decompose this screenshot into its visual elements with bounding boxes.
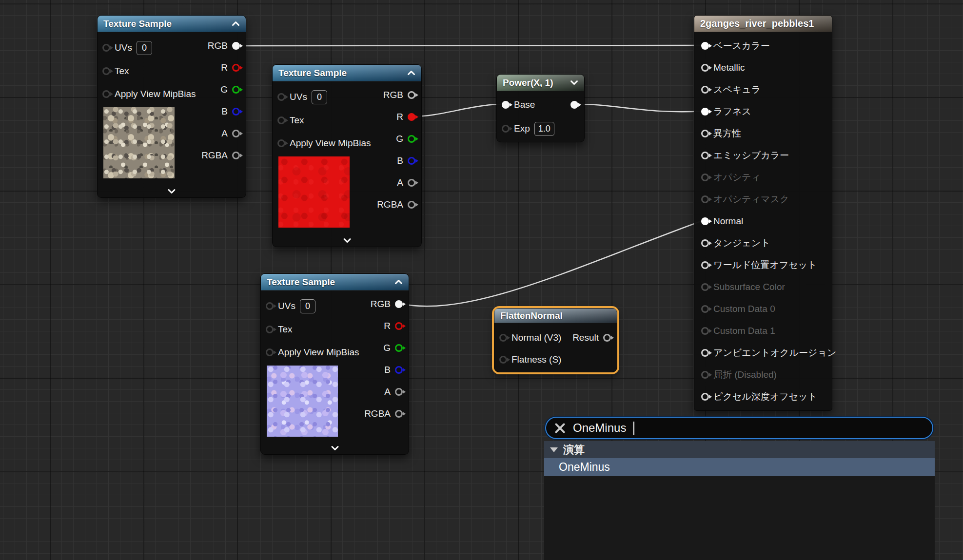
custom-data-1-input-pin[interactable] bbox=[701, 327, 709, 335]
ambient-occlusion-input-pin[interactable] bbox=[701, 349, 709, 357]
search-result-item-selected[interactable]: OneMinus bbox=[544, 458, 935, 476]
pin-label: A bbox=[221, 128, 228, 139]
wire-normal[interactable] bbox=[400, 221, 702, 306]
power-node[interactable]: Power(X, 1) Base Exp 1.0 bbox=[496, 74, 585, 142]
anisotropy-input-pin[interactable] bbox=[701, 130, 709, 137]
uvs-input-pin[interactable] bbox=[102, 44, 110, 52]
mipbias-input-pin[interactable] bbox=[277, 139, 285, 147]
tangent-input-pin[interactable] bbox=[701, 239, 709, 247]
exp-input-pin[interactable] bbox=[502, 125, 510, 133]
emissive-input-pin[interactable] bbox=[701, 152, 709, 159]
refraction-input-pin[interactable] bbox=[701, 371, 709, 379]
tex-input-pin[interactable] bbox=[277, 116, 285, 124]
rgba-output-pin[interactable] bbox=[395, 410, 403, 418]
collapse-chevron-icon[interactable] bbox=[407, 70, 415, 76]
node-header[interactable]: Texture Sample bbox=[273, 65, 421, 81]
expand-chevron-icon[interactable] bbox=[343, 238, 351, 243]
wire-basecolor[interactable] bbox=[237, 45, 702, 46]
world-offset-input-pin[interactable] bbox=[701, 261, 709, 269]
rgba-output-pin[interactable] bbox=[232, 152, 240, 159]
rgb-output-pin[interactable] bbox=[395, 300, 403, 308]
node-header[interactable]: Power(X, 1) bbox=[497, 75, 584, 91]
texture-preview-image[interactable] bbox=[278, 156, 350, 228]
tex-input-row: Tex bbox=[277, 114, 304, 127]
uvs-value-box[interactable]: 0 bbox=[137, 41, 152, 55]
r-output-pin[interactable] bbox=[408, 113, 415, 121]
g-output-pin[interactable] bbox=[395, 344, 403, 352]
rgba-output-pin[interactable] bbox=[408, 201, 415, 209]
exp-value-box[interactable]: 1.0 bbox=[534, 122, 554, 136]
opacity-mask-input-pin[interactable] bbox=[701, 195, 709, 203]
material-result-node[interactable]: 2ganges_river_pebbles1 ベースカラー Metallic ス… bbox=[694, 15, 832, 411]
node-title: Power(X, 1) bbox=[503, 77, 553, 88]
node-header[interactable]: Texture Sample bbox=[261, 274, 409, 290]
specular-input-pin[interactable] bbox=[701, 86, 709, 94]
metallic-input-pin[interactable] bbox=[701, 64, 709, 72]
texture-sample-node-3[interactable]: Texture Sample UVs 0 Tex Apply View MipB… bbox=[260, 273, 409, 455]
node-header[interactable]: 2ganges_river_pebbles1 bbox=[694, 16, 832, 32]
pin-label: G bbox=[383, 343, 391, 353]
collapse-chevron-icon[interactable] bbox=[394, 279, 403, 285]
a-output-pin[interactable] bbox=[395, 388, 403, 396]
g-output-pin[interactable] bbox=[408, 135, 415, 143]
pin-label: R bbox=[396, 112, 403, 122]
uvs-input-pin[interactable] bbox=[266, 302, 274, 310]
material-graph-canvas[interactable]: Texture Sample UVs 0 Tex Apply View MipB… bbox=[0, 0, 963, 560]
uvs-value-box[interactable]: 0 bbox=[312, 90, 327, 104]
texture-preview-image[interactable] bbox=[103, 107, 175, 178]
r-output-pin[interactable] bbox=[232, 64, 240, 72]
texture-sample-node-1[interactable]: Texture Sample UVs 0 Tex Apply View MipB… bbox=[97, 15, 246, 198]
roughness-input-pin[interactable] bbox=[701, 108, 709, 116]
flatten-normal-node[interactable]: FlattenNormal Normal (V3) Result Flatnes… bbox=[494, 308, 617, 372]
node-header[interactable]: Texture Sample bbox=[98, 16, 246, 32]
node-header[interactable]: FlattenNormal bbox=[494, 309, 617, 323]
tex-input-pin[interactable] bbox=[266, 326, 274, 333]
b-output-pin[interactable] bbox=[395, 366, 403, 374]
result-output-pin[interactable] bbox=[603, 334, 611, 342]
basecolor-input-pin[interactable] bbox=[701, 42, 709, 50]
ambient-occlusion-pin-row: アンビエントオクルージョン bbox=[701, 347, 836, 359]
texture-sample-node-2[interactable]: Texture Sample UVs 0 Tex Apply View MipB… bbox=[272, 64, 422, 247]
flatness-input-pin[interactable] bbox=[499, 356, 507, 364]
pin-label: RGBA bbox=[201, 150, 228, 161]
b-output-pin[interactable] bbox=[232, 108, 240, 116]
rgb-output-pin[interactable] bbox=[408, 91, 415, 99]
collapse-chevron-icon[interactable] bbox=[570, 80, 578, 85]
uvs-input-pin[interactable] bbox=[277, 93, 285, 101]
power-output-pin[interactable] bbox=[570, 101, 578, 109]
wire-roughness[interactable] bbox=[576, 104, 702, 112]
r-output-pin[interactable] bbox=[395, 322, 403, 330]
b-output-row: B bbox=[221, 105, 240, 118]
normal-input-pin[interactable] bbox=[701, 217, 709, 225]
custom-data-0-input-pin[interactable] bbox=[701, 305, 709, 313]
result-label: OneMinus bbox=[559, 461, 610, 474]
a-output-pin[interactable] bbox=[408, 179, 415, 187]
texture-preview-image[interactable] bbox=[267, 366, 338, 437]
text-cursor bbox=[633, 422, 634, 435]
normal-v3-input-pin[interactable] bbox=[499, 334, 507, 342]
pin-label: ワールド位置オフセット bbox=[713, 259, 817, 271]
g-output-pin[interactable] bbox=[232, 86, 240, 94]
category-row-operations[interactable]: 演算 bbox=[544, 441, 935, 458]
node-search-input[interactable]: OneMinus bbox=[545, 417, 933, 439]
collapse-chevron-icon[interactable] bbox=[232, 21, 240, 26]
b-output-pin[interactable] bbox=[408, 157, 415, 165]
tex-input-pin[interactable] bbox=[102, 67, 110, 75]
expand-chevron-icon[interactable] bbox=[331, 445, 339, 451]
power-output-row bbox=[570, 98, 578, 111]
pixel-depth-offset-input-pin[interactable] bbox=[701, 393, 709, 401]
g-output-row: G bbox=[220, 83, 240, 96]
expand-chevron-icon[interactable] bbox=[168, 189, 176, 194]
pin-label: Exp bbox=[514, 123, 530, 134]
clear-search-icon[interactable] bbox=[554, 423, 566, 434]
uvs-value-box[interactable]: 0 bbox=[300, 299, 315, 313]
opacity-input-pin[interactable] bbox=[701, 174, 709, 181]
rgb-output-pin[interactable] bbox=[232, 42, 240, 50]
a-output-pin[interactable] bbox=[232, 130, 240, 137]
pin-label: B bbox=[221, 106, 228, 117]
mipbias-input-pin[interactable] bbox=[102, 90, 110, 98]
base-input-pin[interactable] bbox=[502, 101, 510, 109]
subsurface-input-pin[interactable] bbox=[701, 283, 709, 291]
wire-power-base[interactable] bbox=[413, 104, 502, 116]
mipbias-input-pin[interactable] bbox=[266, 348, 274, 356]
